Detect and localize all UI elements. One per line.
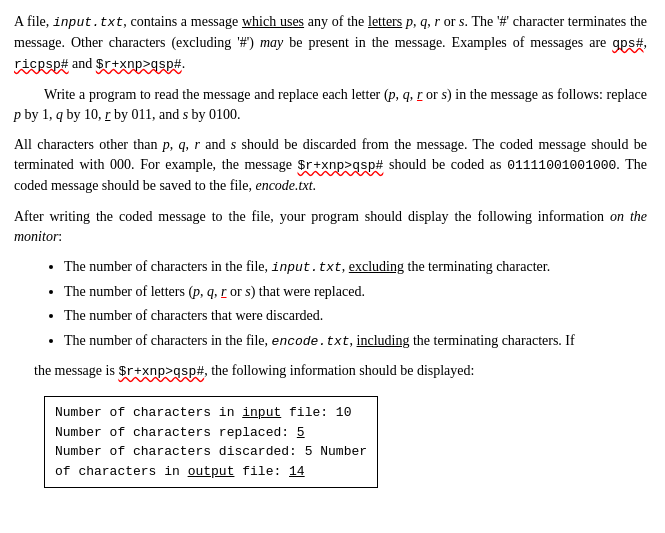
b2-q: q [207, 284, 214, 299]
p2-svar: s [183, 107, 188, 122]
p1-letters: letters [368, 14, 402, 29]
paragraph-5: the message is $r+xnp>qsp#, the followin… [14, 361, 647, 382]
paragraph-4: After writing the coded message to the f… [14, 207, 647, 248]
p1-s: s [459, 14, 464, 29]
p1-inputtxt: input.txt [53, 15, 123, 30]
p3-s: s [231, 137, 236, 152]
p1-srxnp: $r+xnp>qsp# [96, 57, 182, 72]
b4-including: including [357, 333, 410, 348]
paragraph-2: Write a program to read the message and … [14, 85, 647, 126]
p3-text: All characters other than p, q, r and s … [14, 137, 647, 193]
code-line-3: Number of characters discarded: 5 Number [55, 442, 367, 462]
p2-r: r [417, 87, 422, 102]
p1-p: p [406, 14, 413, 29]
p5-text: the message is $r+xnp>qsp#, the followin… [34, 363, 474, 378]
p2-p: p [389, 87, 396, 102]
bullet-4: The number of characters in the file, en… [64, 331, 647, 352]
p3-p: p [163, 137, 170, 152]
b2-p: p [193, 284, 200, 299]
p1-qps: qps# [612, 36, 643, 51]
code-line-4: of characters in output file: 14 [55, 462, 367, 482]
code-line-1: Number of characters in input file: 10 [55, 403, 367, 423]
code-14-underline: 14 [289, 464, 305, 479]
p1-ricpsp: ricpsp# [14, 57, 69, 72]
p2-q: q [403, 87, 410, 102]
code-line-2: Number of characters replaced: 5 [55, 423, 367, 443]
paragraph-1: A file, input.txt, contains a message wh… [14, 12, 647, 75]
p3-r: r [194, 137, 199, 152]
bullet-list: The number of characters in the file, in… [14, 257, 647, 351]
p1-r: r [434, 14, 439, 29]
p1-q: q [420, 14, 427, 29]
bullet-2: The number of letters (p, q, r or s) tha… [64, 282, 647, 302]
p1-may: may [260, 35, 283, 50]
page-content: A file, input.txt, contains a message wh… [14, 12, 647, 488]
code-output-underline: output [188, 464, 235, 479]
b1-inputtxt: input.txt [272, 260, 342, 275]
p2-rvar: r [105, 107, 110, 122]
bullet-3: The number of characters that were disca… [64, 306, 647, 326]
p3-q: q [179, 137, 186, 152]
p1-text: A file, input.txt, contains a message wh… [14, 14, 647, 71]
p3-encodetxt: encode.txt [255, 178, 312, 193]
b2-s: s [245, 284, 250, 299]
code-box: Number of characters in input file: 10 N… [44, 396, 378, 488]
paragraph-3: All characters other than p, q, r and s … [14, 135, 647, 196]
p2-text: Write a program to read the message and … [14, 87, 647, 122]
code-input-underline: input [242, 405, 281, 420]
b1-excluding: excluding [349, 259, 404, 274]
b2-r: r [221, 284, 226, 299]
p3-coded: 01111001001000 [507, 158, 616, 173]
p1-which-uses: which uses [242, 14, 304, 29]
p4-on: on the monitor [14, 209, 647, 244]
p2-s: s [441, 87, 446, 102]
p3-msg: $r+xnp>qsp# [298, 158, 384, 173]
bullet-1: The number of characters in the file, in… [64, 257, 647, 278]
p2-pvar: p [14, 107, 21, 122]
p2-qvar: q [56, 107, 63, 122]
code-replaced-underline: 5 [297, 425, 305, 440]
p5-msg: $r+xnp>qsp# [118, 364, 204, 379]
b4-encodetxt: encode.txt [272, 334, 350, 349]
p4-text: After writing the coded message to the f… [14, 209, 647, 244]
